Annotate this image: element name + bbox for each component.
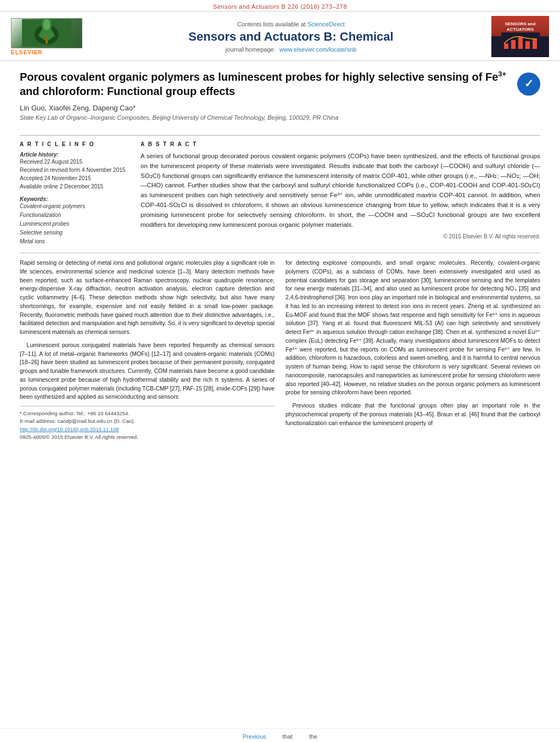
author-names: Lin Guo, Xiaofei Zeng, Dapeng Cao* xyxy=(20,104,136,112)
keyword-3: Luminescent probes xyxy=(20,220,130,228)
footnote-star-line: * Corresponding author. Tel.: +86 10 644… xyxy=(20,410,275,417)
doi-link[interactable]: http://dx.doi.org/10.1016/j.snb.2015.11.… xyxy=(20,426,119,432)
abstract-section-label: A B S T R A C T xyxy=(141,141,540,147)
sensors-logo-text: SENSORS and ACTUATORS xyxy=(505,21,536,32)
crossmark-badge: ✓ xyxy=(517,72,540,96)
abstract-column: A B S T R A C T A series of functional g… xyxy=(141,141,540,246)
contents-label: Contents lists available at xyxy=(237,21,306,27)
sensors-actuators-logo: SENSORS and ACTUATORS xyxy=(491,16,549,57)
body-para-1-2: Luminescent porous conjugated materials … xyxy=(20,341,275,401)
authors: Lin Guo, Xiaofei Zeng, Dapeng Cao* xyxy=(20,104,509,112)
body-divider xyxy=(20,253,540,253)
that-label: that xyxy=(283,733,293,740)
contents-available-line: Contents lists available at ScienceDirec… xyxy=(99,21,483,27)
svg-point-5 xyxy=(43,19,50,30)
svg-rect-9 xyxy=(518,37,523,49)
svg-rect-10 xyxy=(525,41,530,49)
article-title: Porous covalent organic polymers as lumi… xyxy=(20,70,509,98)
body-column-2: for detecting explosive compounds, and s… xyxy=(285,259,540,441)
journal-header-center: Contents lists available at ScienceDirec… xyxy=(99,21,483,53)
page: Sensors and Actuators B 226 (2016) 273–2… xyxy=(0,0,560,742)
sciencedirect-link[interactable]: ScienceDirect xyxy=(307,21,345,27)
crossmark-circle: ✓ xyxy=(517,72,540,96)
journal-header-left: ELSEVIER xyxy=(11,18,99,55)
article-history-group: Article history: Received 22 August 2015… xyxy=(20,152,130,191)
body-column-1: Rapid sensing or detecting of metal ions… xyxy=(20,259,275,441)
received-date: Received 22 August 2015 xyxy=(20,158,130,166)
page-navigation: Previous that the xyxy=(0,728,560,742)
journal-header: ELSEVIER Contents lists available at Sci… xyxy=(0,11,560,61)
journal-title: Sensors and Actuators B: Chemical xyxy=(99,30,483,44)
the-label: the xyxy=(309,733,317,740)
keyword-4: Selective sensing xyxy=(20,228,130,237)
svg-rect-11 xyxy=(533,39,537,49)
sensors-logo-line2: ACTUATORS xyxy=(505,27,536,32)
homepage-link[interactable]: www.elsevier.com/locate/snb xyxy=(279,46,357,53)
body-columns: Rapid sensing or detecting of metal ions… xyxy=(20,259,540,441)
available-date: Available online 2 December 2015 xyxy=(20,182,130,191)
keyword-5: Metal ions xyxy=(20,237,130,246)
journal-homepage-line: journal homepage: www.elsevier.com/locat… xyxy=(99,46,483,53)
sensors-logo-line1: SENSORS and xyxy=(505,21,536,27)
homepage-label: journal homepage: xyxy=(226,46,276,53)
doi-line: http://dx.doi.org/10.1016/j.snb.2015.11.… xyxy=(20,426,275,433)
elsevier-logo-box xyxy=(11,18,82,48)
journal-header-right: SENSORS and ACTUATORS xyxy=(483,16,549,57)
journal-citation-text: Sensors and Actuators B 226 (2016) 273–2… xyxy=(213,3,347,10)
sensors-logo-image xyxy=(501,32,540,52)
crossmark-svg: ✓ xyxy=(517,72,540,96)
abstract-text: A series of functional group decorated p… xyxy=(141,152,540,230)
keyword-2: Functionalization xyxy=(20,211,130,220)
svg-rect-2 xyxy=(46,36,48,44)
footnote-email-line: E-mail address: caodp@mail.but.edu.cn (D… xyxy=(20,417,275,425)
footnote-section: * Corresponding author. Tel.: +86 10 644… xyxy=(20,406,275,441)
copyright-line: © 2015 Elsevier B.V. All rights reserved… xyxy=(141,233,540,239)
svg-text:✓: ✓ xyxy=(524,77,534,90)
body-para-1-1: Rapid sensing or detecting of metal ions… xyxy=(20,259,275,337)
article-info-label: A R T I C L E I N F O xyxy=(20,141,130,147)
received-revised-date: Received in revised form 4 November 2015 xyxy=(20,166,130,174)
keyword-1: Covalent-organic polymers xyxy=(20,202,130,211)
article-content: Porous covalent organic polymers as lumi… xyxy=(0,61,560,728)
body-para-2-2: Previous studies indicate that the funct… xyxy=(285,401,540,427)
svg-rect-7 xyxy=(504,43,508,49)
article-title-section: Porous covalent organic polymers as lumi… xyxy=(20,70,540,130)
history-label: Article history: xyxy=(20,152,130,158)
keywords-group: Keywords: Covalent-organic polymers Func… xyxy=(20,196,130,246)
article-title-text: Porous covalent organic polymers as lumi… xyxy=(20,70,509,125)
body-para-2-1: for detecting explosive compounds, and s… xyxy=(285,259,540,397)
journal-citation-bar: Sensors and Actuators B 226 (2016) 273–2… xyxy=(0,0,560,11)
elsevier-logo: ELSEVIER xyxy=(11,18,99,55)
issn-line: 0925-4005/© 2015 Elsevier B.V. All right… xyxy=(20,433,275,441)
svg-rect-8 xyxy=(511,40,516,49)
previous-label[interactable]: Previous xyxy=(243,733,266,740)
affiliation: State Key Lab of Organic–Inorganic Compo… xyxy=(20,114,509,121)
accepted-date: Accepted 24 November 2015 xyxy=(20,174,130,182)
elsevier-label: ELSEVIER xyxy=(11,49,42,55)
article-info-column: A R T I C L E I N F O Article history: R… xyxy=(20,141,130,246)
elsevier-logo-svg xyxy=(22,19,71,47)
article-info-abstract-section: A R T I C L E I N F O Article history: R… xyxy=(20,135,540,246)
keywords-label: Keywords: xyxy=(20,196,130,202)
